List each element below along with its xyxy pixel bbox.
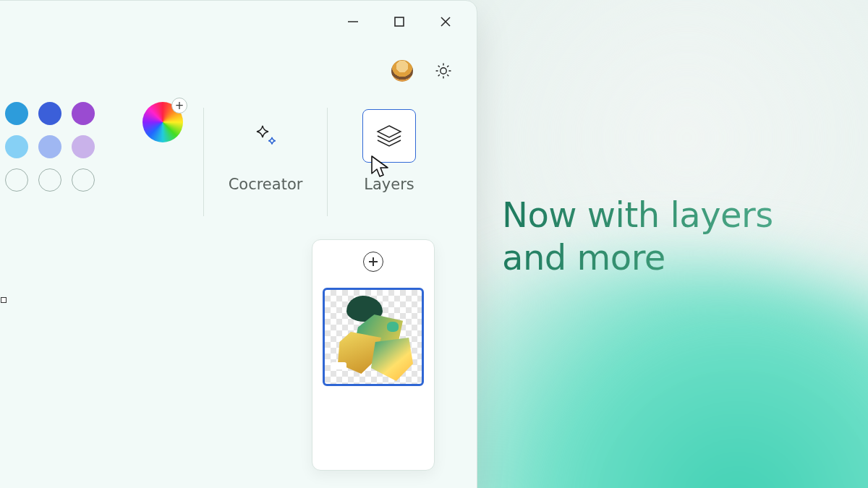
cocreator-icon-wrap: [239, 109, 292, 163]
close-button[interactable]: [438, 14, 454, 30]
color-swatch[interactable]: [38, 135, 61, 158]
close-icon: [439, 15, 452, 28]
sparkles-icon: [251, 121, 280, 150]
promo-stage: Now with layers and more: [0, 0, 868, 488]
promo-headline-line1: Now with layers: [502, 194, 773, 236]
plus-icon: +: [171, 98, 187, 114]
layers-icon-wrap: [362, 109, 416, 163]
color-swatch-empty[interactable]: [38, 168, 61, 192]
edit-colors-button[interactable]: +: [142, 102, 183, 142]
svg-point-4: [441, 68, 446, 74]
color-swatch[interactable]: [5, 135, 28, 158]
promo-headline-line2: and more: [502, 236, 773, 279]
account-row: [391, 60, 454, 82]
user-avatar[interactable]: [391, 60, 413, 82]
color-palette: +: [0, 102, 203, 225]
minimize-button[interactable]: [345, 14, 361, 30]
layer-thumbnail[interactable]: [323, 288, 424, 386]
layers-label: Layers: [364, 176, 414, 193]
layers-group[interactable]: Layers: [328, 102, 451, 225]
color-swatch[interactable]: [72, 135, 95, 158]
layers-icon: [373, 120, 405, 152]
cocreator-label: Cocreator: [229, 176, 303, 193]
add-layer-button[interactable]: [363, 252, 383, 272]
thumbnail-art: [371, 338, 413, 381]
svg-marker-5: [378, 126, 401, 137]
svg-rect-1: [395, 17, 404, 26]
thumbnail-art: [331, 362, 346, 369]
titlebar: [345, 14, 454, 30]
cocreator-group[interactable]: Cocreator: [204, 102, 327, 225]
maximize-icon: [393, 15, 406, 28]
color-swatch[interactable]: [5, 102, 28, 125]
minimize-icon: [346, 15, 359, 28]
color-swatches: [0, 102, 131, 194]
promo-headline: Now with layers and more: [502, 194, 773, 278]
ribbon: + Cocreator: [0, 102, 477, 225]
paint-window: + Cocreator: [0, 0, 477, 488]
gear-icon: [434, 61, 453, 80]
color-swatch[interactable]: [38, 102, 61, 125]
settings-button[interactable]: [433, 61, 454, 81]
color-swatch-empty[interactable]: [72, 168, 95, 192]
canvas-handle[interactable]: [1, 297, 7, 303]
plus-icon: [368, 257, 378, 267]
layers-panel: [312, 239, 435, 471]
maximize-button[interactable]: [391, 14, 407, 30]
color-swatch[interactable]: [72, 102, 95, 125]
color-swatch-empty[interactable]: [5, 168, 28, 192]
thumbnail-art: [387, 322, 399, 332]
